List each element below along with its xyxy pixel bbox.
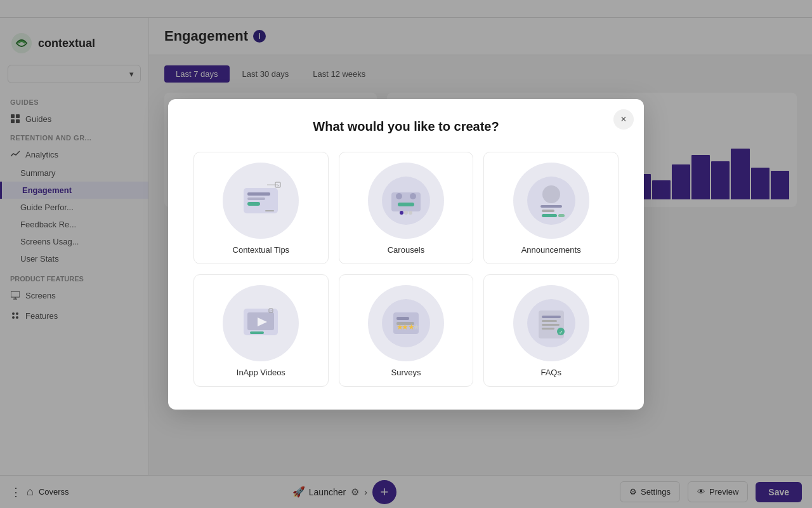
contextual-tips-label: Contextual Tips	[233, 245, 290, 255]
modal-card-contextual-tips[interactable]: × Contextual Tips	[193, 152, 329, 264]
svg-point-26	[404, 211, 408, 215]
svg-rect-15	[247, 202, 260, 206]
modal-dialog: × What would you like to create? ×	[168, 99, 644, 410]
modal-card-faqs[interactable]: ✓ FAQs	[483, 274, 619, 387]
svg-rect-42	[396, 317, 409, 320]
svg-rect-32	[542, 214, 557, 217]
announcements-icon-circle	[513, 163, 589, 239]
svg-rect-33	[558, 214, 565, 217]
carousels-icon-circle	[368, 163, 444, 239]
svg-point-23	[410, 193, 416, 199]
svg-point-25	[400, 211, 403, 215]
svg-rect-16	[265, 210, 274, 211]
inapp-videos-label: InApp Videos	[237, 368, 285, 377]
svg-rect-53	[542, 328, 554, 330]
faqs-label: FAQs	[540, 368, 561, 377]
svg-rect-30	[540, 205, 562, 208]
modal-card-announcements[interactable]: Announcements	[483, 152, 619, 264]
surveys-label: Surveys	[391, 368, 421, 377]
svg-point-22	[396, 193, 402, 199]
inapp-videos-icon-circle: ×	[223, 285, 299, 361]
svg-rect-12	[244, 188, 278, 213]
svg-rect-50	[542, 316, 561, 318]
svg-rect-37	[250, 331, 264, 334]
faqs-icon-circle: ✓	[513, 285, 589, 361]
announcements-label: Announcements	[521, 245, 581, 255]
svg-text:✓: ✓	[559, 330, 563, 335]
svg-text:×: ×	[277, 184, 280, 187]
modal-grid: × Contextual Tips	[193, 152, 619, 387]
surveys-icon-circle: ★ ★ ★ ★	[368, 285, 444, 361]
svg-rect-51	[542, 320, 557, 322]
svg-rect-14	[247, 197, 265, 200]
modal-title: What would you like to create?	[193, 119, 619, 134]
modal-card-surveys[interactable]: ★ ★ ★ ★ Surveys	[339, 274, 474, 387]
svg-rect-13	[247, 192, 270, 196]
carousels-label: Carousels	[388, 245, 425, 255]
svg-rect-21	[391, 192, 421, 211]
svg-rect-52	[542, 324, 560, 326]
modal-overlay[interactable]: × What would you like to create? ×	[0, 0, 812, 508]
modal-card-inapp-videos[interactable]: × InApp Videos	[193, 274, 329, 387]
modal-close-button[interactable]: ×	[613, 109, 634, 130]
svg-point-27	[409, 211, 412, 215]
modal-card-carousels[interactable]: Carousels	[339, 152, 474, 264]
svg-rect-24	[398, 203, 414, 206]
svg-text:★: ★	[413, 323, 420, 331]
svg-point-29	[542, 185, 560, 203]
close-icon: ×	[620, 114, 626, 125]
svg-text:★: ★	[396, 323, 403, 331]
svg-text:×: ×	[270, 309, 272, 312]
contextual-tips-icon-circle: ×	[223, 163, 299, 239]
svg-rect-31	[542, 210, 554, 212]
